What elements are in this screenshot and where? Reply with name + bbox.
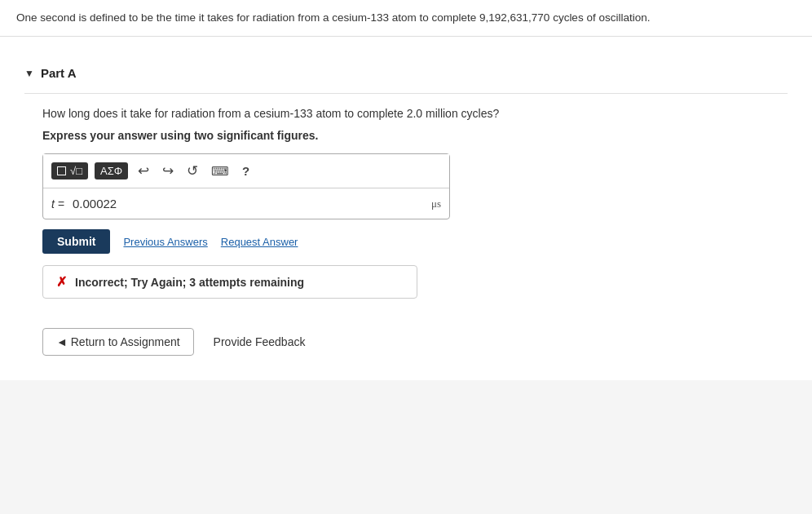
bottom-row: ◄ Return to Assignment Provide Feedback <box>42 328 788 356</box>
answer-box: √□ ΑΣΦ ↩ ↪ ↺ ⌨ ? t = μs <box>42 153 450 219</box>
intro-bar: One second is defined to be the time it … <box>0 0 812 37</box>
undo-btn[interactable]: ↩ <box>135 161 152 181</box>
unit-label: μs <box>431 197 441 210</box>
help-btn[interactable]: ? <box>239 162 253 179</box>
keyboard-btn[interactable]: ⌨ <box>208 162 232 180</box>
toolbar: √□ ΑΣΦ ↩ ↪ ↺ ⌨ ? <box>43 154 449 188</box>
answer-input[interactable] <box>69 195 426 212</box>
feedback-text: Incorrect; Try Again; 3 attempts remaini… <box>75 276 304 289</box>
part-header: ▼ Part A <box>24 66 788 80</box>
part-title: Part A <box>41 66 77 80</box>
refresh-btn[interactable]: ↺ <box>183 161 201 181</box>
request-answer-link[interactable]: Request Answer <box>221 236 298 248</box>
question-text: How long does it take for radiation from… <box>42 105 788 122</box>
incorrect-icon: ✗ <box>56 274 67 290</box>
previous-answers-link[interactable]: Previous Answers <box>123 236 207 248</box>
action-row: Submit Previous Answers Request Answer <box>42 229 788 254</box>
collapse-icon[interactable]: ▼ <box>24 68 34 79</box>
intro-text: One second is defined to be the time it … <box>16 11 650 24</box>
input-row: t = μs <box>43 188 449 219</box>
redo-btn[interactable]: ↪ <box>159 161 177 181</box>
input-label: t = <box>51 197 64 210</box>
main-content: ▼ Part A How long does it take for radia… <box>0 37 812 380</box>
provide-feedback-link[interactable]: Provide Feedback <box>214 335 306 348</box>
symbol-btn[interactable]: ΑΣΦ <box>95 162 128 179</box>
math-input-btn[interactable]: √□ <box>51 162 88 179</box>
return-to-assignment-button[interactable]: ◄ Return to Assignment <box>42 328 194 356</box>
box-icon <box>57 166 66 175</box>
instruction-text: Express your answer using two significan… <box>42 129 788 142</box>
sqrt-symbol: √□ <box>70 165 82 177</box>
feedback-box: ✗ Incorrect; Try Again; 3 attempts remai… <box>42 265 417 299</box>
sigma-label: ΑΣΦ <box>100 165 122 177</box>
divider <box>24 93 788 94</box>
submit-button[interactable]: Submit <box>42 229 110 254</box>
